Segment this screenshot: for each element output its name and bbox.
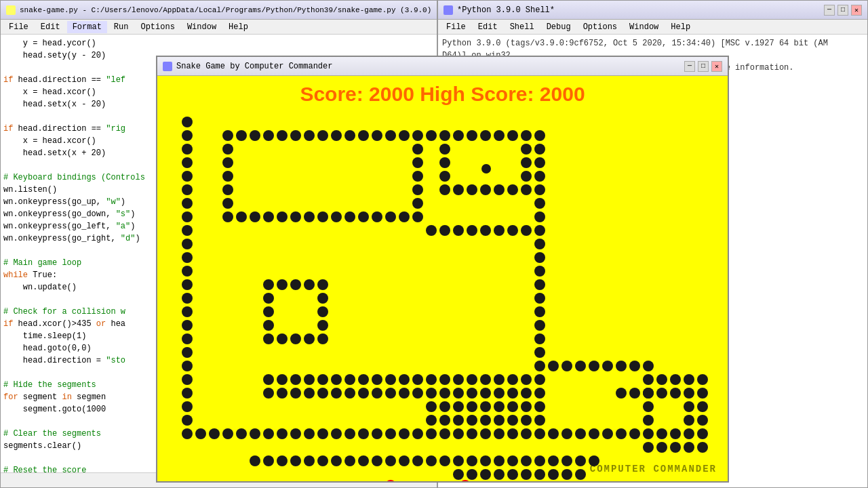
shell-menubar: File Edit Shell Debug Options Window Hel… [438,20,867,35]
shell-menu-file[interactable]: File [441,21,471,33]
game-close[interactable]: ✕ [711,61,722,72]
menu-help[interactable]: Help [223,21,254,33]
shell-menu-help[interactable]: Help [665,21,696,33]
shell-title: *Python 3.9.0 Shell* [457,5,555,15]
editor-menubar: File Edit Format Run Options Window Help [1,20,437,35]
score-display: Score: 2000 High Score: 2000 [157,83,728,106]
shell-menu-shell[interactable]: Shell [505,21,540,33]
shell-maximize[interactable]: □ [837,5,848,16]
food-dot-2 [460,480,471,481]
menu-edit[interactable]: Edit [35,21,66,33]
shell-info-line1: Python 3.9.0 (tags/v3.9.0:9cf6752, Oct 5… [442,37,863,49]
shell-close[interactable]: ✕ [851,5,862,16]
shell-titlebar: *Python 3.9.0 Shell* ─ □ ✕ [438,1,867,20]
game-maximize[interactable]: □ [698,61,709,72]
editor-titlebar: snake-game.py - C:/Users/lenovo/AppData/… [1,1,437,20]
menu-format[interactable]: Format [67,21,107,33]
game-titlebar: Snake Game by Computer Commander ─ □ ✕ [157,57,728,76]
menu-file[interactable]: File [3,21,34,33]
game-minimize[interactable]: ─ [684,61,695,72]
game-title: Snake Game by Computer Commander [176,62,332,71]
shell-win-controls: ─ □ ✕ [824,5,862,16]
editor-title-icon [6,5,16,15]
editor-title: snake-game.py - C:/Users/lenovo/AppData/… [20,6,431,14]
shell-title-icon [443,5,453,15]
menu-window[interactable]: Window [182,21,222,33]
game-title-icon [163,62,172,71]
menu-options[interactable]: Options [135,21,180,33]
menu-run[interactable]: Run [108,21,134,33]
shell-minimize[interactable]: ─ [824,5,835,16]
shell-menu-options[interactable]: Options [578,21,623,33]
watermark: COMPUTER COMMANDER [590,464,717,474]
game-window: Snake Game by Computer Commander ─ □ ✕ S… [156,56,729,483]
game-canvas: Score: 2000 High Score: 2000 COMPUTER CO… [157,76,728,481]
shell-menu-window[interactable]: Window [624,21,664,33]
shell-menu-edit[interactable]: Edit [473,21,503,33]
game-win-controls: ─ □ ✕ [684,61,722,72]
food-dot [385,480,396,481]
shell-menu-debug[interactable]: Debug [541,21,576,33]
